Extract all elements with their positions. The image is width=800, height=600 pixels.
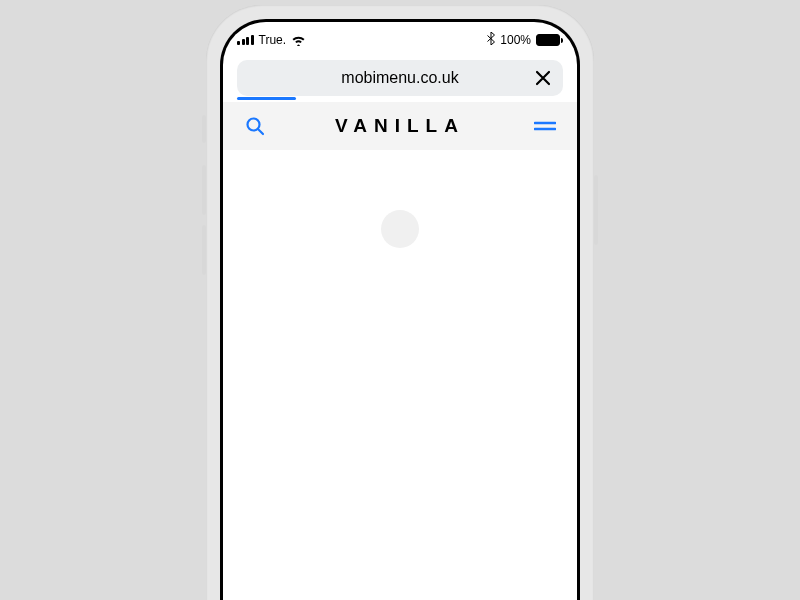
status-left: True.: [237, 33, 306, 47]
stop-loading-button[interactable]: [533, 68, 553, 88]
battery-percent: 100%: [500, 33, 531, 47]
app-header: VANILLA: [223, 102, 577, 150]
silence-switch: [202, 115, 206, 143]
carrier-label: True.: [259, 33, 287, 47]
search-button[interactable]: [241, 112, 269, 140]
status-bar: True. 100%: [223, 28, 577, 52]
battery-icon: [536, 34, 563, 46]
url-text: mobimenu.co.uk: [237, 69, 563, 87]
volume-up-button: [202, 165, 206, 215]
bluetooth-icon: [487, 32, 495, 48]
power-button: [594, 175, 598, 245]
signal-icon: [237, 35, 254, 45]
url-bar[interactable]: mobimenu.co.uk: [237, 60, 563, 96]
page-content: [223, 150, 577, 600]
svg-line-1: [258, 129, 263, 134]
brand-logo: VANILLA: [335, 115, 465, 137]
phone-bezel: True. 100%: [220, 19, 580, 600]
menu-button[interactable]: [531, 112, 559, 140]
menu-icon: [534, 119, 556, 133]
status-right: 100%: [487, 32, 563, 48]
wifi-icon: [291, 35, 306, 46]
progress-fill: [237, 97, 296, 100]
page-load-progress: [237, 97, 563, 100]
phone-screen: True. 100%: [223, 22, 577, 600]
phone-frame: True. 100%: [206, 5, 594, 600]
close-icon: [535, 70, 551, 86]
browser-chrome: mobimenu.co.uk: [223, 52, 577, 102]
loading-indicator: [381, 210, 419, 248]
volume-down-button: [202, 225, 206, 275]
search-icon: [245, 116, 265, 136]
